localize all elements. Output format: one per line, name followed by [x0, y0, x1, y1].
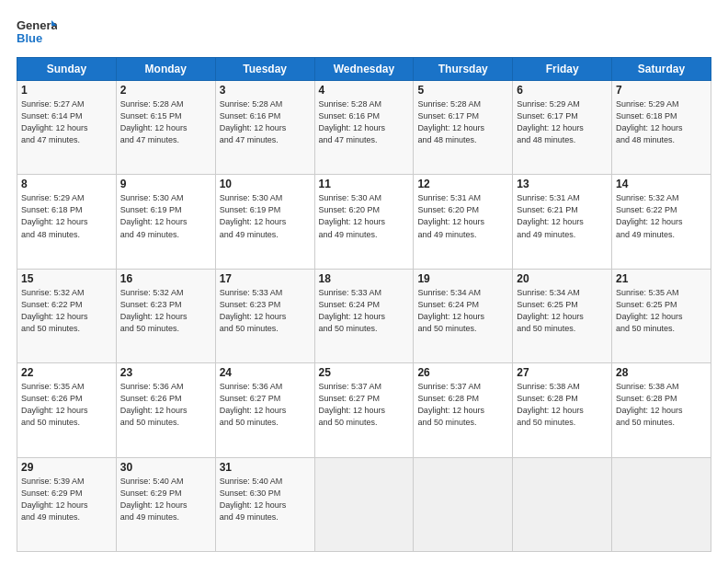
- calendar-cell: [513, 457, 612, 551]
- day-number: 11: [319, 178, 410, 190]
- svg-text:General: General: [17, 18, 57, 32]
- day-number: 16: [120, 272, 211, 285]
- day-info: Sunrise: 5:33 AM Sunset: 6:23 PM Dayligh…: [220, 287, 311, 335]
- day-info: Sunrise: 5:32 AM Sunset: 6:23 PM Dayligh…: [120, 287, 211, 335]
- calendar-cell: 17Sunrise: 5:33 AM Sunset: 6:23 PM Dayli…: [215, 269, 314, 362]
- day-info: Sunrise: 5:35 AM Sunset: 6:25 PM Dayligh…: [616, 287, 707, 335]
- day-info: Sunrise: 5:30 AM Sunset: 6:19 PM Dayligh…: [120, 192, 211, 240]
- calendar-cell: 16Sunrise: 5:32 AM Sunset: 6:23 PM Dayli…: [116, 269, 215, 362]
- day-number: 20: [517, 272, 608, 285]
- calendar-header-row: SundayMondayTuesdayWednesdayThursdayFrid…: [17, 58, 711, 81]
- day-number: 14: [616, 178, 707, 190]
- day-info: Sunrise: 5:28 AM Sunset: 6:15 PM Dayligh…: [120, 98, 211, 146]
- day-number: 29: [21, 461, 112, 474]
- day-info: Sunrise: 5:38 AM Sunset: 6:28 PM Dayligh…: [616, 381, 707, 429]
- calendar-cell: 3Sunrise: 5:28 AM Sunset: 6:16 PM Daylig…: [215, 81, 314, 175]
- day-info: Sunrise: 5:29 AM Sunset: 6:17 PM Dayligh…: [517, 98, 608, 146]
- day-number: 22: [21, 366, 112, 379]
- day-number: 1: [21, 84, 112, 97]
- calendar-header-thursday: Thursday: [414, 58, 513, 81]
- day-info: Sunrise: 5:28 AM Sunset: 6:16 PM Dayligh…: [319, 98, 410, 146]
- calendar-cell: 19Sunrise: 5:34 AM Sunset: 6:24 PM Dayli…: [414, 269, 513, 362]
- calendar-cell: 13Sunrise: 5:31 AM Sunset: 6:21 PM Dayli…: [513, 175, 612, 269]
- day-info: Sunrise: 5:32 AM Sunset: 6:22 PM Dayligh…: [21, 287, 112, 335]
- day-info: Sunrise: 5:40 AM Sunset: 6:29 PM Dayligh…: [120, 476, 211, 523]
- day-info: Sunrise: 5:34 AM Sunset: 6:24 PM Dayligh…: [417, 287, 508, 335]
- day-info: Sunrise: 5:32 AM Sunset: 6:22 PM Dayligh…: [616, 192, 707, 240]
- day-info: Sunrise: 5:29 AM Sunset: 6:18 PM Dayligh…: [616, 98, 707, 146]
- calendar-cell: 8Sunrise: 5:29 AM Sunset: 6:18 PM Daylig…: [17, 175, 117, 269]
- day-info: Sunrise: 5:29 AM Sunset: 6:18 PM Dayligh…: [21, 192, 112, 240]
- day-number: 24: [220, 366, 311, 379]
- day-number: 21: [616, 272, 707, 285]
- logo-svg: General Blue: [17, 17, 57, 50]
- day-info: Sunrise: 5:28 AM Sunset: 6:17 PM Dayligh…: [417, 98, 508, 146]
- day-info: Sunrise: 5:39 AM Sunset: 6:29 PM Dayligh…: [21, 476, 112, 523]
- calendar-cell: 12Sunrise: 5:31 AM Sunset: 6:20 PM Dayli…: [414, 175, 513, 269]
- day-info: Sunrise: 5:31 AM Sunset: 6:21 PM Dayligh…: [517, 192, 608, 240]
- day-number: 3: [220, 84, 311, 97]
- calendar-cell: 5Sunrise: 5:28 AM Sunset: 6:17 PM Daylig…: [414, 81, 513, 175]
- day-number: 2: [120, 84, 211, 97]
- day-info: Sunrise: 5:40 AM Sunset: 6:30 PM Dayligh…: [220, 476, 311, 523]
- calendar-cell: 29Sunrise: 5:39 AM Sunset: 6:29 PM Dayli…: [17, 457, 117, 551]
- day-number: 25: [319, 366, 410, 379]
- day-info: Sunrise: 5:37 AM Sunset: 6:28 PM Dayligh…: [417, 381, 508, 429]
- logo: General Blue: [17, 17, 57, 50]
- calendar-cell: 11Sunrise: 5:30 AM Sunset: 6:20 PM Dayli…: [314, 175, 414, 269]
- calendar-header-saturday: Saturday: [612, 58, 711, 81]
- day-info: Sunrise: 5:27 AM Sunset: 6:14 PM Dayligh…: [21, 98, 112, 146]
- calendar-cell: 28Sunrise: 5:38 AM Sunset: 6:28 PM Dayli…: [612, 363, 711, 457]
- day-number: 6: [517, 84, 608, 97]
- calendar-cell: 9Sunrise: 5:30 AM Sunset: 6:19 PM Daylig…: [116, 175, 215, 269]
- day-number: 23: [120, 366, 211, 379]
- calendar-cell: 30Sunrise: 5:40 AM Sunset: 6:29 PM Dayli…: [116, 457, 215, 551]
- day-number: 10: [220, 178, 311, 190]
- day-info: Sunrise: 5:35 AM Sunset: 6:26 PM Dayligh…: [21, 381, 112, 429]
- day-info: Sunrise: 5:30 AM Sunset: 6:19 PM Dayligh…: [220, 192, 311, 240]
- calendar-cell: [414, 457, 513, 551]
- calendar-week-row: 15Sunrise: 5:32 AM Sunset: 6:22 PM Dayli…: [17, 269, 711, 362]
- day-number: 7: [616, 84, 707, 97]
- day-info: Sunrise: 5:28 AM Sunset: 6:16 PM Dayligh…: [220, 98, 311, 146]
- day-number: 5: [417, 84, 508, 97]
- calendar-week-row: 1Sunrise: 5:27 AM Sunset: 6:14 PM Daylig…: [17, 81, 711, 175]
- calendar-cell: 6Sunrise: 5:29 AM Sunset: 6:17 PM Daylig…: [513, 81, 612, 175]
- day-number: 30: [120, 461, 211, 474]
- day-number: 26: [417, 366, 508, 379]
- day-info: Sunrise: 5:37 AM Sunset: 6:27 PM Dayligh…: [319, 381, 410, 429]
- day-info: Sunrise: 5:30 AM Sunset: 6:20 PM Dayligh…: [319, 192, 410, 240]
- page: General Blue SundayMondayTuesdayWednesda…: [0, 0, 728, 563]
- day-number: 27: [517, 366, 608, 379]
- calendar-cell: 15Sunrise: 5:32 AM Sunset: 6:22 PM Dayli…: [17, 269, 117, 362]
- header: General Blue: [17, 17, 711, 50]
- calendar-cell: 4Sunrise: 5:28 AM Sunset: 6:16 PM Daylig…: [314, 81, 414, 175]
- day-number: 31: [220, 461, 311, 474]
- calendar-header-monday: Monday: [116, 58, 215, 81]
- day-number: 28: [616, 366, 707, 379]
- day-number: 18: [319, 272, 410, 285]
- calendar-cell: 26Sunrise: 5:37 AM Sunset: 6:28 PM Dayli…: [414, 363, 513, 457]
- day-number: 15: [21, 272, 112, 285]
- calendar-cell: 25Sunrise: 5:37 AM Sunset: 6:27 PM Dayli…: [314, 363, 414, 457]
- calendar-week-row: 8Sunrise: 5:29 AM Sunset: 6:18 PM Daylig…: [17, 175, 711, 269]
- day-number: 17: [220, 272, 311, 285]
- day-number: 9: [120, 178, 211, 190]
- calendar-week-row: 22Sunrise: 5:35 AM Sunset: 6:26 PM Dayli…: [17, 363, 711, 457]
- day-info: Sunrise: 5:33 AM Sunset: 6:24 PM Dayligh…: [319, 287, 410, 335]
- svg-text:Blue: Blue: [17, 31, 42, 45]
- day-info: Sunrise: 5:38 AM Sunset: 6:28 PM Dayligh…: [517, 381, 608, 429]
- day-number: 8: [21, 178, 112, 190]
- calendar-header-sunday: Sunday: [17, 58, 117, 81]
- day-info: Sunrise: 5:31 AM Sunset: 6:20 PM Dayligh…: [417, 192, 508, 240]
- calendar-cell: 1Sunrise: 5:27 AM Sunset: 6:14 PM Daylig…: [17, 81, 117, 175]
- calendar-cell: 23Sunrise: 5:36 AM Sunset: 6:26 PM Dayli…: [116, 363, 215, 457]
- day-info: Sunrise: 5:36 AM Sunset: 6:26 PM Dayligh…: [120, 381, 211, 429]
- day-info: Sunrise: 5:36 AM Sunset: 6:27 PM Dayligh…: [220, 381, 311, 429]
- calendar-week-row: 29Sunrise: 5:39 AM Sunset: 6:29 PM Dayli…: [17, 457, 711, 551]
- calendar-header-tuesday: Tuesday: [215, 58, 314, 81]
- calendar-header-friday: Friday: [513, 58, 612, 81]
- calendar-cell: [314, 457, 414, 551]
- day-number: 13: [517, 178, 608, 190]
- calendar-cell: 10Sunrise: 5:30 AM Sunset: 6:19 PM Dayli…: [215, 175, 314, 269]
